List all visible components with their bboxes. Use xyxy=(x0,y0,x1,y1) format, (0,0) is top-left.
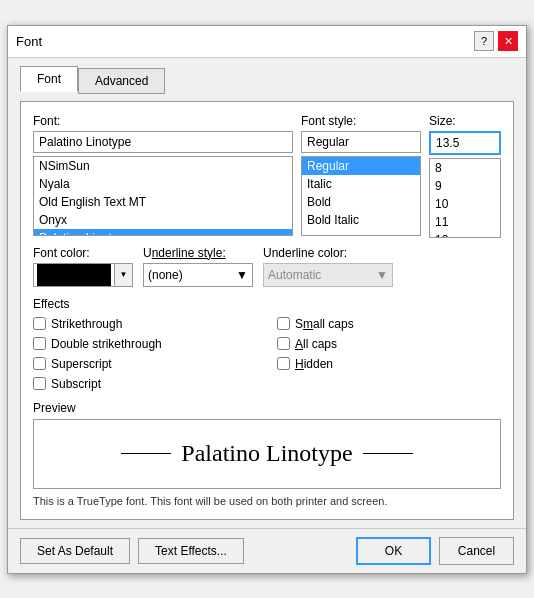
list-item[interactable]: Nyala xyxy=(34,175,292,193)
underline-style-group: Underline style: (none) ▼ xyxy=(143,246,253,287)
list-item-regular[interactable]: Regular xyxy=(302,157,420,175)
close-button[interactable]: ✕ xyxy=(498,31,518,51)
list-item[interactable]: NSimSun xyxy=(34,157,292,175)
font-style-label: Font style: xyxy=(301,114,421,128)
list-item-selected[interactable]: Palatino Linotype xyxy=(34,229,292,236)
list-item-11[interactable]: 11 xyxy=(430,213,500,231)
list-item-bold-italic[interactable]: Bold Italic xyxy=(302,211,420,229)
color-dropdown-arrow[interactable]: ▼ xyxy=(114,264,132,286)
underline-color-select: Automatic ▼ xyxy=(263,263,393,287)
dialog-footer: Set As Default Text Effects... OK Cancel xyxy=(8,528,526,573)
list-item-8[interactable]: 8 xyxy=(430,159,500,177)
font-style-listbox[interactable]: Regular Italic Bold Bold Italic xyxy=(301,156,421,236)
font-color-label: Font color: xyxy=(33,246,133,260)
preview-lines: Palatino Linotype xyxy=(40,440,494,467)
superscript-label: Superscript xyxy=(51,357,112,371)
font-size-input[interactable] xyxy=(429,131,501,155)
list-item[interactable]: Old English Text MT xyxy=(34,193,292,211)
font-name-input[interactable] xyxy=(33,131,293,153)
all-caps-item[interactable]: All caps xyxy=(277,337,501,351)
font-dialog: Font ? ✕ Font Advanced Font: xyxy=(7,25,527,574)
dialog-title: Font xyxy=(16,34,42,49)
double-strikethrough-label: Double strikethrough xyxy=(51,337,162,351)
preview-line-left xyxy=(121,453,171,454)
footer-right: OK Cancel xyxy=(356,537,514,565)
font-name-listbox[interactable]: NSimSun Nyala Old English Text MT Onyx P… xyxy=(33,156,293,236)
superscript-item[interactable]: Superscript xyxy=(33,357,257,371)
tabs-container: Font Advanced xyxy=(20,66,514,92)
strikethrough-label: Strikethrough xyxy=(51,317,122,331)
color-swatch xyxy=(37,264,111,286)
ok-button[interactable]: OK xyxy=(356,537,431,565)
list-item-bold[interactable]: Bold xyxy=(302,193,420,211)
all-caps-label: All caps xyxy=(295,337,337,351)
preview-section: Preview Palatino Linotype This is a True… xyxy=(33,401,501,507)
title-bar: Font ? ✕ xyxy=(8,26,526,58)
tab-advanced[interactable]: Advanced xyxy=(78,68,165,94)
small-caps-item[interactable]: Small caps xyxy=(277,317,501,331)
small-caps-label: Small caps xyxy=(295,317,354,331)
list-item[interactable]: Onyx xyxy=(34,211,292,229)
preview-line-right xyxy=(363,453,413,454)
hidden-item[interactable]: Hidden xyxy=(277,357,501,371)
set-as-default-button[interactable]: Set As Default xyxy=(20,538,130,564)
list-item-9[interactable]: 9 xyxy=(430,177,500,195)
effects-grid: Strikethrough Double strikethrough Super… xyxy=(33,317,501,391)
content-panel: Font: NSimSun Nyala Old English Text MT … xyxy=(20,101,514,520)
font-style-group: Font style: Regular Italic Bold Bold Ita… xyxy=(301,114,421,238)
title-bar-left: Font xyxy=(16,34,42,49)
effects-col-left: Strikethrough Double strikethrough Super… xyxy=(33,317,257,391)
preview-text: Palatino Linotype xyxy=(181,440,352,467)
preview-box: Palatino Linotype xyxy=(33,419,501,489)
font-color-picker[interactable]: ▼ xyxy=(33,263,133,287)
strikethrough-checkbox[interactable] xyxy=(33,317,46,330)
title-buttons: ? ✕ xyxy=(474,31,518,51)
effects-title: Effects xyxy=(33,297,501,311)
footer-left: Set As Default Text Effects... xyxy=(20,538,244,564)
dialog-body: Font Advanced Font: NSimSun Nyala Old En… xyxy=(8,58,526,528)
help-button[interactable]: ? xyxy=(474,31,494,51)
cancel-button[interactable]: Cancel xyxy=(439,537,514,565)
hidden-label: Hidden xyxy=(295,357,333,371)
underline-style-label: Underline style: xyxy=(143,246,253,260)
small-caps-checkbox[interactable] xyxy=(277,317,290,330)
subscript-checkbox[interactable] xyxy=(33,377,46,390)
preview-label: Preview xyxy=(33,401,501,415)
font-size-listbox[interactable]: 8 9 10 11 12 xyxy=(429,158,501,238)
underline-color-group: Underline color: Automatic ▼ xyxy=(263,246,393,287)
underline-style-arrow: ▼ xyxy=(236,268,248,282)
text-effects-button[interactable]: Text Effects... xyxy=(138,538,244,564)
underline-color-arrow: ▼ xyxy=(376,268,388,282)
fields-row: Font: NSimSun Nyala Old English Text MT … xyxy=(33,114,501,238)
list-item-italic[interactable]: Italic xyxy=(302,175,420,193)
font-style-input[interactable] xyxy=(301,131,421,153)
strikethrough-item[interactable]: Strikethrough xyxy=(33,317,257,331)
underline-color-label: Underline color: xyxy=(263,246,393,260)
underline-style-select[interactable]: (none) ▼ xyxy=(143,263,253,287)
list-item-10[interactable]: 10 xyxy=(430,195,500,213)
list-item-12[interactable]: 12 xyxy=(430,231,500,238)
font-size-label: Size: xyxy=(429,114,501,128)
tab-font[interactable]: Font xyxy=(20,66,78,92)
superscript-checkbox[interactable] xyxy=(33,357,46,370)
subscript-label: Subscript xyxy=(51,377,101,391)
effects-section: Effects Strikethrough Double strikethrou… xyxy=(33,297,501,391)
double-strikethrough-checkbox[interactable] xyxy=(33,337,46,350)
font-size-group: Size: 8 9 10 11 12 xyxy=(429,114,501,238)
hidden-checkbox[interactable] xyxy=(277,357,290,370)
font-name-group: Font: NSimSun Nyala Old English Text MT … xyxy=(33,114,293,238)
all-caps-checkbox[interactable] xyxy=(277,337,290,350)
subscript-item[interactable]: Subscript xyxy=(33,377,257,391)
font-color-group: Font color: ▼ xyxy=(33,246,133,287)
font-name-label: Font: xyxy=(33,114,293,128)
double-strikethrough-item[interactable]: Double strikethrough xyxy=(33,337,257,351)
preview-note: This is a TrueType font. This font will … xyxy=(33,495,501,507)
effects-col-right: Small caps All caps Hidden xyxy=(277,317,501,391)
color-underline-row: Font color: ▼ Underline style: (none) ▼ xyxy=(33,246,501,287)
